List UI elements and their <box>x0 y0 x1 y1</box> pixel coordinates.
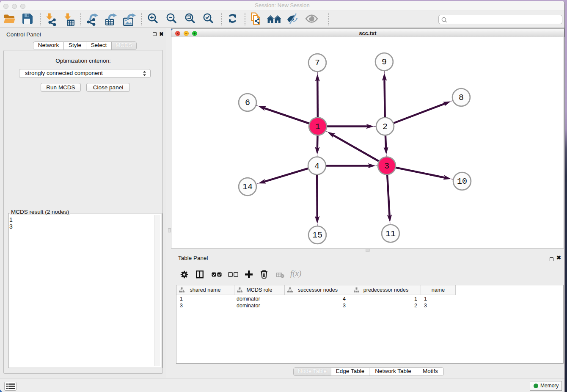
svg-text:2: 2 <box>383 122 388 132</box>
svg-text:6: 6 <box>245 98 250 108</box>
svg-text:3: 3 <box>384 161 389 171</box>
svg-text:9: 9 <box>382 57 387 67</box>
svg-text:10: 10 <box>457 177 467 186</box>
svg-text:15: 15 <box>312 230 322 240</box>
svg-text:4: 4 <box>314 161 319 171</box>
svg-text:1: 1 <box>315 122 320 132</box>
svg-text:14: 14 <box>242 182 253 192</box>
svg-text:11: 11 <box>385 229 396 239</box>
svg-text:7: 7 <box>315 58 320 68</box>
svg-text:8: 8 <box>459 93 464 102</box>
